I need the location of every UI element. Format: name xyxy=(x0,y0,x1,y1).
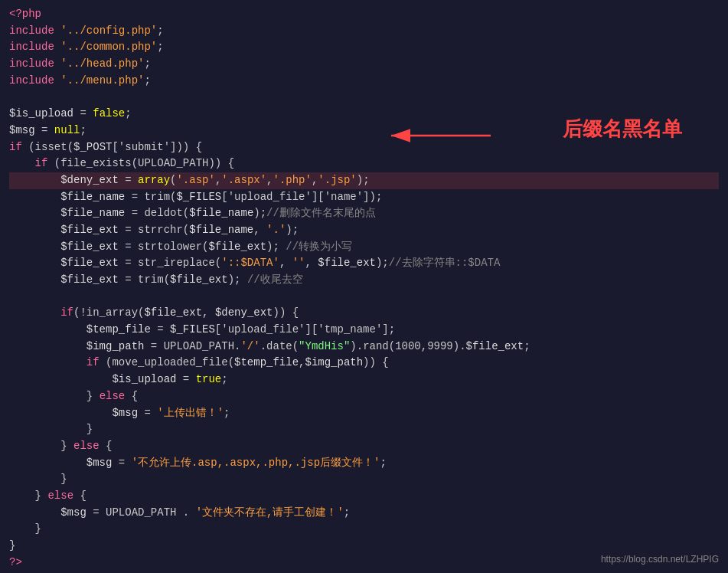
code-line: include '../head.php'; xyxy=(9,56,719,73)
code-line: $file_ext = strrchr($file_name, '.'); xyxy=(9,222,719,239)
code-line: if (file_exists(UPLOAD_PATH)) { xyxy=(9,156,719,172)
code-line xyxy=(9,89,719,106)
code-line: $msg = '上传出错！'; xyxy=(9,405,719,422)
code-line: $temp_file = $_FILES['upload_file']['tmp… xyxy=(9,322,719,339)
code-line: } xyxy=(9,521,719,538)
code-line: $file_ext = strtolower($file_ext); //转换为… xyxy=(9,239,719,256)
code-line: } else { xyxy=(9,488,719,505)
code-line: $file_ext = str_ireplace('::$DATA', '', … xyxy=(9,255,719,272)
code-line: if(!in_array($file_ext, $deny_ext)) { xyxy=(9,305,719,322)
code-line: } else { xyxy=(9,438,719,455)
code-line: } else { xyxy=(9,388,719,405)
code-line: <?php xyxy=(9,6,719,23)
watermark: https://blog.csdn.net/LZHPIG xyxy=(601,552,719,567)
code-line: } xyxy=(9,471,719,488)
code-line: $is_upload = true; xyxy=(9,372,719,388)
code-line: $file_name = trim($_FILES['upload_file']… xyxy=(9,189,719,206)
code-line: $img_path = UPLOAD_PATH.'/'.date("YmdHis… xyxy=(9,339,719,355)
code-line: $file_name = deldot($file_name);//删除文件名末… xyxy=(9,205,719,222)
code-container: <?phpinclude '../config.php';include '..… xyxy=(0,0,728,573)
annotation-arrow-svg xyxy=(384,116,506,155)
code-line: } xyxy=(9,421,719,438)
code-line: include '../common.php'; xyxy=(9,39,719,56)
code-line: $msg = '不允许上传.asp,.aspx,.php,.jsp后缀文件！'; xyxy=(9,455,719,472)
code-line: include '../menu.php'; xyxy=(9,73,719,90)
annotation-text: 后缀名黑名单 xyxy=(563,113,682,144)
code-line xyxy=(9,289,719,306)
code-lines: <?phpinclude '../config.php';include '..… xyxy=(9,6,719,571)
code-line: include '../config.php'; xyxy=(9,23,719,40)
code-line: $msg = UPLOAD_PATH . '文件夹不存在,请手工创建！'; xyxy=(9,505,719,522)
code-line: if (move_uploaded_file($temp_file,$img_p… xyxy=(9,355,719,372)
code-line: $deny_ext = array('.asp','.aspx','.php',… xyxy=(9,172,719,189)
code-line: $file_ext = trim($file_ext); //收尾去空 xyxy=(9,272,719,289)
